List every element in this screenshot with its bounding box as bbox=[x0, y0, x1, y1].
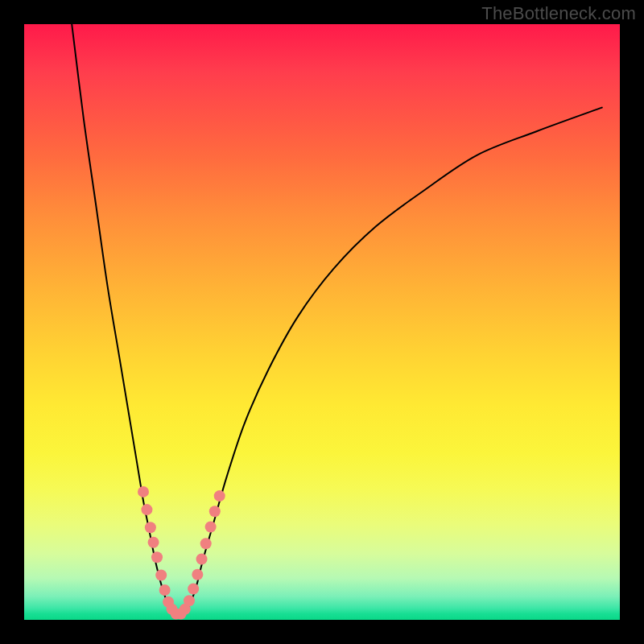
bead bbox=[138, 486, 149, 497]
bead bbox=[205, 522, 217, 533]
bead bbox=[192, 569, 203, 580]
chart-svg bbox=[24, 24, 620, 620]
bead-markers bbox=[138, 486, 225, 620]
bead bbox=[196, 554, 208, 565]
outer-frame: TheBottleneck.com bbox=[0, 0, 644, 644]
plot-area bbox=[24, 24, 620, 620]
bead bbox=[159, 584, 171, 596]
bead bbox=[188, 584, 199, 595]
bead bbox=[200, 538, 212, 549]
bead bbox=[151, 551, 163, 563]
bead bbox=[184, 595, 195, 606]
curve-left bbox=[72, 24, 173, 614]
bead bbox=[148, 537, 159, 548]
watermark-text: TheBottleneck.com bbox=[481, 3, 636, 24]
bead bbox=[141, 504, 152, 515]
bead bbox=[155, 570, 167, 581]
bead bbox=[209, 506, 221, 517]
curve-right bbox=[185, 108, 602, 614]
bead bbox=[214, 490, 225, 502]
bead bbox=[145, 522, 156, 533]
